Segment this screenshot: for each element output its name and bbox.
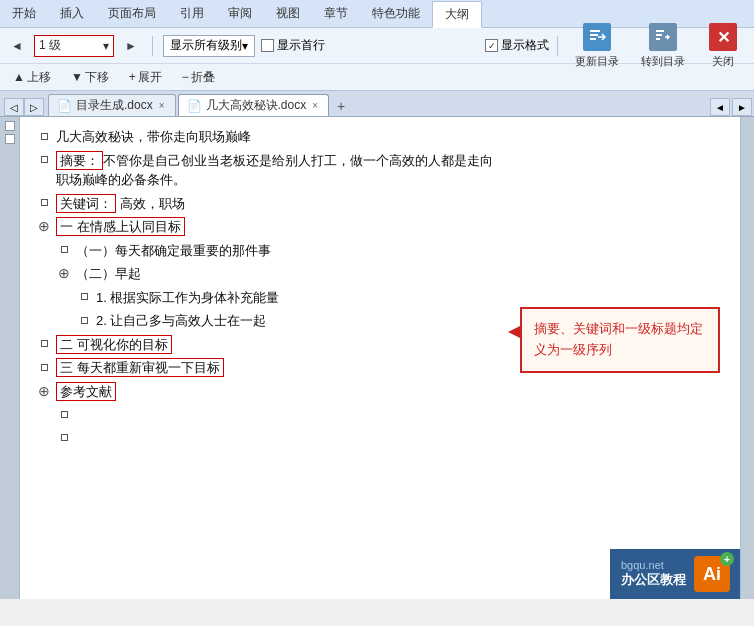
expand-label: 展开 (138, 69, 162, 86)
square-marker-icon-7 (81, 317, 88, 324)
tab-add-button[interactable]: + (331, 96, 351, 116)
expand-icon: + (129, 70, 136, 84)
outline-marker-6 (76, 289, 92, 305)
ref-boxed-label: 参考文献 (56, 382, 116, 401)
move-up-icon: ▲ (13, 70, 25, 84)
menu-layout[interactable]: 页面布局 (96, 1, 168, 26)
outline-marker-8 (36, 336, 52, 352)
goto-toc-button[interactable]: 转到目录 (632, 19, 694, 73)
menu-reference[interactable]: 引用 (168, 1, 216, 26)
outline-marker-2 (36, 195, 52, 211)
tab-jida-close[interactable]: × (310, 100, 320, 111)
right-scroll-panel (740, 117, 754, 599)
side-panel-left (0, 117, 20, 599)
summary-boxed-label: 摘要： (56, 151, 103, 170)
outline-text-5[interactable]: （二）早起 (76, 264, 141, 284)
show-format-check[interactable] (485, 39, 498, 52)
menu-chapter[interactable]: 章节 (312, 1, 360, 26)
svg-rect-3 (656, 30, 664, 32)
side-dot-1[interactable] (5, 121, 15, 131)
tab-mulu-close[interactable]: × (157, 100, 167, 111)
outline-text-9[interactable]: 三 每天都重新审视一下目标 (56, 358, 224, 378)
update-toc-icon-area (581, 23, 613, 52)
show-levels-dropdown[interactable]: 显示所有级别 ▾ (163, 35, 255, 57)
outline-text-8[interactable]: 二 可视化你的目标 (56, 335, 172, 355)
menu-insert[interactable]: 插入 (48, 1, 96, 26)
level-select-arrow-icon: ▾ (103, 39, 109, 53)
square-marker-icon-12 (61, 434, 68, 441)
show-format-label: 显示格式 (501, 37, 549, 54)
show-format-checkbox[interactable]: 显示格式 (485, 37, 549, 54)
update-toc-button[interactable]: 更新目录 (566, 19, 628, 73)
outline-item-2: 关键词： 高效，职场 (36, 194, 724, 214)
callout-arrow-icon (508, 325, 522, 339)
outline-marker-0 (36, 128, 52, 144)
outline-text-12 (76, 429, 80, 449)
menu-view[interactable]: 视图 (264, 1, 312, 26)
show-first-line-checkbox[interactable]: 显示首行 (261, 37, 325, 54)
show-levels-label: 显示所有级别 (170, 37, 242, 54)
square-marker-icon-2 (41, 199, 48, 206)
show-levels-arrow-icon: ▾ (242, 39, 248, 53)
move-up-button[interactable]: ▲ 上移 (6, 66, 58, 89)
svg-rect-2 (590, 38, 596, 40)
outline-text-1[interactable]: 摘要：不管你是自己创业当老板还是给别人打工，做一个高效的人都是走向职场巅峰的必备… (56, 151, 493, 190)
outline-text-11 (76, 405, 80, 425)
goto-toc-icon-area (647, 23, 679, 52)
level-select-dropdown[interactable]: 1 级 ▾ (34, 35, 114, 57)
nav-forward-button[interactable]: ► (120, 35, 142, 57)
tab-nav-next[interactable]: ► (732, 98, 752, 116)
tab-mulu-icon: 📄 (57, 99, 72, 113)
outline-item-11 (56, 405, 724, 425)
outline-text-0[interactable]: 几大高效秘诀，带你走向职场巅峰 (56, 127, 251, 147)
callout-text: 摘要、关键词和一级标题均定义为一级序列 (534, 321, 703, 357)
outline-text-10[interactable]: 参考文献 (56, 382, 116, 402)
move-up-label: 上移 (27, 69, 51, 86)
outline-text-2[interactable]: 关键词： 高效，职场 (56, 194, 185, 214)
outline-text-6[interactable]: 1. 根据实际工作为身体补充能量 (96, 288, 279, 308)
outline-item-5: ⊕ （二）早起 (56, 264, 724, 284)
document-area: 几大高效秘诀，带你走向职场巅峰 摘要：不管你是自己创业当老板还是给别人打工，做一… (0, 117, 754, 599)
h1-1-boxed-label: 一 在情感上认同目标 (56, 217, 185, 236)
outline-marker-3: ⊕ (36, 218, 52, 234)
tab-jidagaoxiao[interactable]: 📄 几大高效秘诀.docx × (178, 94, 330, 116)
square-marker-icon-4 (61, 246, 68, 253)
outline-marker-7 (76, 312, 92, 328)
outline-item-6: 1. 根据实际工作为身体补充能量 (76, 288, 724, 308)
move-down-button[interactable]: ▼ 下移 (64, 66, 116, 89)
menu-outline[interactable]: 大纲 (432, 1, 482, 28)
show-first-line-check[interactable] (261, 39, 274, 52)
nav-back-button[interactable]: ◄ (6, 35, 28, 57)
panel-right-button[interactable]: ▷ (24, 98, 44, 116)
move-down-label: 下移 (85, 69, 109, 86)
brand-plus-symbol: + (724, 553, 730, 565)
outline-text-7[interactable]: 2. 让自己多与高效人士在一起 (96, 311, 266, 331)
collapse-button[interactable]: − 折叠 (175, 66, 222, 89)
outline-item-1: 摘要：不管你是自己创业当老板还是给别人打工，做一个高效的人都是走向职场巅峰的必备… (36, 151, 724, 190)
outline-text-3[interactable]: 一 在情感上认同目标 (56, 217, 185, 237)
outline-marker-9 (36, 359, 52, 375)
tab-mulu[interactable]: 📄 目录生成.docx × (48, 94, 176, 116)
outline-marker-5: ⊕ (56, 265, 72, 281)
collapse-icon: − (182, 70, 189, 84)
menu-special[interactable]: 特色功能 (360, 1, 432, 26)
document-main: 几大高效秘诀，带你走向职场巅峰 摘要：不管你是自己创业当老板还是给别人打工，做一… (20, 117, 740, 599)
tab-nav-prev[interactable]: ◄ (710, 98, 730, 116)
goto-toc-icon (649, 23, 677, 51)
side-dot-2[interactable] (5, 134, 15, 144)
callout-box: 摘要、关键词和一级标题均定义为一级序列 (520, 307, 720, 373)
goto-toc-label: 转到目录 (641, 54, 685, 69)
panel-left-button[interactable]: ◁ (4, 98, 24, 116)
square-marker-icon (41, 133, 48, 140)
svg-rect-1 (590, 34, 598, 36)
menu-review[interactable]: 审阅 (216, 1, 264, 26)
expand-button[interactable]: + 展开 (122, 66, 169, 89)
outline-item-4: （一）每天都确定最重要的那件事 (56, 241, 724, 261)
level-select-value: 1 级 (39, 37, 61, 54)
svg-rect-4 (656, 34, 662, 36)
collapse-label: 折叠 (191, 69, 215, 86)
menu-start[interactable]: 开始 (0, 1, 48, 26)
outline-text-4[interactable]: （一）每天都确定最重要的那件事 (76, 241, 271, 261)
square-marker-icon-1 (41, 156, 48, 163)
close-outline-button[interactable]: ✕ 关闭 (698, 19, 748, 73)
